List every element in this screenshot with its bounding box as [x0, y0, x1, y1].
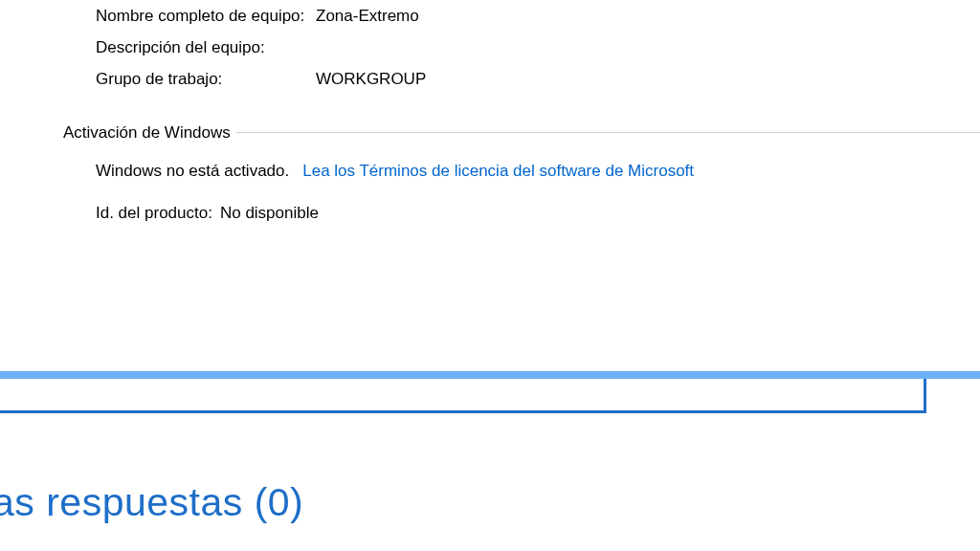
image-frame-body — [0, 379, 926, 413]
description-row: Descripción del equipo: — [96, 37, 980, 59]
image-frame-section — [0, 371, 980, 413]
activation-divider — [236, 132, 980, 133]
computer-name-label: Nombre completo de equipo: — [96, 6, 316, 28]
product-id-row: Id. del producto: No disponible — [96, 204, 980, 223]
activation-status-text: Windows no está activado. — [96, 162, 289, 181]
workgroup-label: Grupo de trabajo: — [96, 69, 316, 91]
activation-section-header: Activación de Windows — [63, 123, 980, 143]
description-value — [316, 37, 980, 59]
product-id-label: Id. del producto: — [96, 204, 212, 223]
responses-heading: as respuestas (0) — [0, 480, 303, 525]
image-frame-top-bar — [0, 371, 980, 379]
activation-title: Activación de Windows — [63, 123, 236, 143]
computer-name-row: Nombre completo de equipo: Zona-Extremo — [96, 6, 980, 28]
workgroup-row: Grupo de trabajo: WORKGROUP — [96, 69, 980, 91]
workgroup-value: WORKGROUP — [316, 69, 980, 91]
computer-name-value: Zona-Extremo — [316, 6, 980, 28]
system-info-panel: Nombre completo de equipo: Zona-Extremo … — [0, 0, 980, 223]
product-id-value: No disponible — [220, 204, 319, 223]
license-terms-link[interactable]: Lea los Términos de licencia del softwar… — [302, 162, 694, 181]
activation-status-row: Windows no está activado. Lea los Términ… — [96, 162, 980, 181]
description-label: Descripción del equipo: — [96, 37, 316, 59]
